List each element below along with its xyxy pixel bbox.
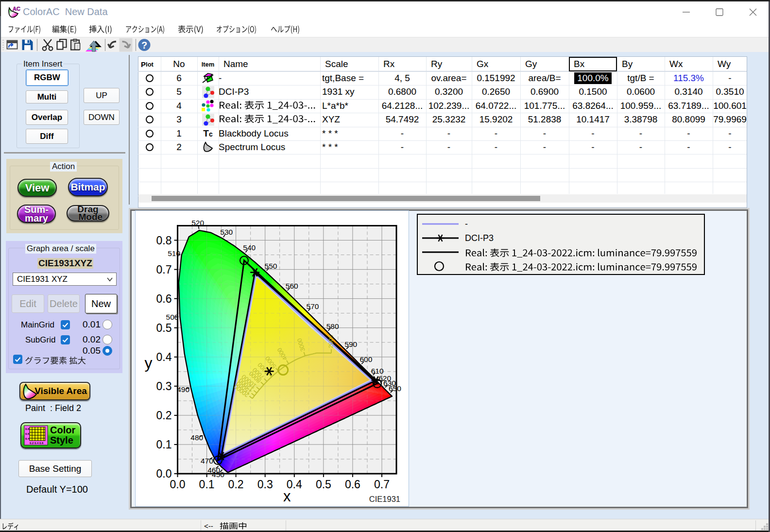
svg-text:0.6: 0.6 <box>25 432 30 435</box>
svg-text:570: 570 <box>307 302 319 310</box>
svg-text:CIE1931: CIE1931 <box>369 495 400 503</box>
svg-text:AC: AC <box>13 6 20 12</box>
svg-text:0.0: 0.0 <box>170 478 186 491</box>
svg-text:600: 600 <box>359 355 372 363</box>
svg-text:480: 480 <box>190 433 203 442</box>
svg-text:0.2 0.4 0.6: 0.2 0.4 0.6 <box>30 442 44 445</box>
svg-text:550: 550 <box>265 262 277 270</box>
svg-text:0.8: 0.8 <box>156 234 172 247</box>
svg-text:2000: 2000 <box>327 335 334 348</box>
svg-text:490: 490 <box>177 385 189 394</box>
svg-text:0.5: 0.5 <box>316 478 331 491</box>
svg-text:0.8: 0.8 <box>25 428 30 430</box>
svg-text:?: ? <box>141 40 147 51</box>
svg-text:0.2: 0.2 <box>156 409 172 422</box>
svg-text:0.7: 0.7 <box>156 263 172 276</box>
svg-text:530: 530 <box>220 228 233 236</box>
svg-text:0.6: 0.6 <box>156 292 172 305</box>
svg-text:650: 650 <box>389 384 401 393</box>
svg-text:560: 560 <box>286 282 298 290</box>
svg-text:540: 540 <box>243 243 256 252</box>
svg-text:0.0: 0.0 <box>156 467 172 480</box>
svg-text:0.4: 0.4 <box>25 437 30 440</box>
svg-text:510: 510 <box>168 249 180 257</box>
svg-text:610: 610 <box>371 367 384 375</box>
svg-text:470: 470 <box>201 457 213 465</box>
svg-text:0.6: 0.6 <box>345 478 360 491</box>
svg-text:y: y <box>145 354 153 372</box>
svg-text:0.3: 0.3 <box>156 380 172 393</box>
svg-text:0.4: 0.4 <box>156 351 172 363</box>
svg-text:590: 590 <box>344 340 357 348</box>
svg-text:500: 500 <box>166 313 179 321</box>
svg-text:580: 580 <box>326 322 339 330</box>
svg-text:0.5: 0.5 <box>156 322 172 334</box>
svg-text:0.2: 0.2 <box>228 478 244 491</box>
svg-text:x: x <box>283 488 291 505</box>
svg-text:0.1: 0.1 <box>156 438 172 451</box>
svg-text:0.1: 0.1 <box>199 478 215 491</box>
svg-text:0.7: 0.7 <box>374 478 390 491</box>
svg-text:0.3: 0.3 <box>257 478 273 491</box>
